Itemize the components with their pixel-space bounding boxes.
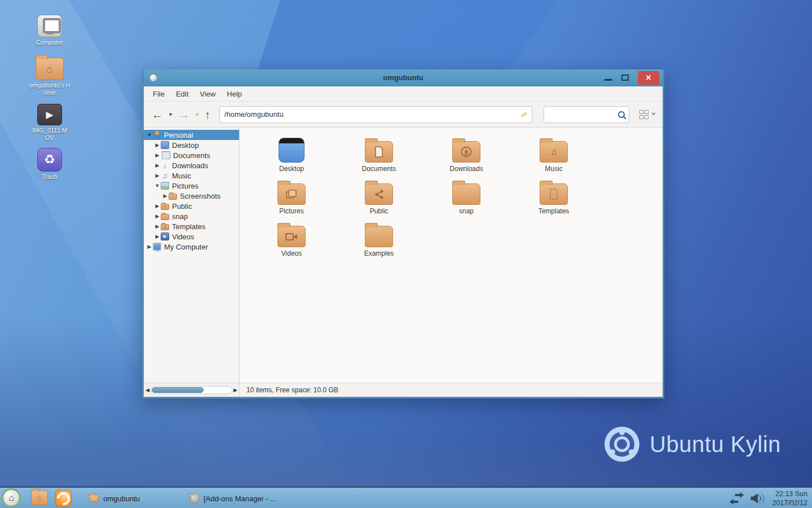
share-icon [374,189,385,200]
up-button[interactable]: ↑ [205,109,210,120]
clear-path-icon[interactable]: ✎ [518,110,529,119]
folder-icon [169,194,177,200]
expander-icon[interactable]: ▶ [162,193,169,199]
search-box[interactable] [544,106,629,123]
expander-icon[interactable]: ▶ [154,152,161,158]
back-history-dropdown[interactable]: ▼ [168,112,173,117]
menu-edit[interactable]: Edit [170,87,194,100]
expander-icon[interactable]: ▶ [154,163,161,168]
expander-icon[interactable]: ▶ [154,203,161,209]
page-icon [374,146,383,157]
expander-icon[interactable]: ▶ [146,244,153,249]
sidebar-item-public[interactable]: ▶ < Public [144,201,239,211]
window-title: omgubuntu [144,73,663,82]
sidebar-item-snap[interactable]: ▶ snap [144,211,239,221]
computer-icon [153,243,161,251]
expander-icon[interactable]: ▶ [154,173,161,178]
pictures-folder-icon [277,183,306,205]
sidebar-item-videos[interactable]: ▶ ▶ Videos [144,231,239,242]
music-note-icon: ♫ [550,147,558,157]
file-item-downloads[interactable]: Downloads [433,134,500,177]
desktop-icon-label: Trash [26,173,73,181]
sidebar-item-templates[interactable]: ▶ ▯ Templates [144,221,239,231]
menu-help[interactable]: Help [221,87,248,100]
file-item-examples[interactable]: Examples [345,219,413,261]
taskbar-task-addons-manager[interactable]: ↻ [Add-ons Manager - ... [185,488,281,508]
expander-icon[interactable]: ▶ [154,213,161,219]
sidebar-item-pictures[interactable]: ▼ Pictures [144,181,239,191]
back-button[interactable]: ← [152,109,163,120]
close-button[interactable]: ✕ [638,71,659,85]
file-item-desktop[interactable]: Desktop [258,134,325,177]
file-item-pictures[interactable]: Pictures [258,177,325,219]
search-icon[interactable] [618,111,625,118]
folder-icon [161,214,169,220]
volume-icon[interactable] [751,493,765,504]
music-note-icon: ♫ [161,172,169,179]
scrollbar-track[interactable] [151,386,232,394]
expander-icon[interactable]: ▼ [146,132,153,138]
play-icon: ▶ [46,110,53,120]
file-view-pane[interactable]: Desktop Documents Downloads ♫ [240,128,663,383]
public-folder-icon [365,183,393,205]
expander-icon[interactable]: ▶ [154,234,161,239]
sidebar-item-personal[interactable]: ▼ Personal [144,130,239,140]
scrollbar-thumb[interactable] [152,387,204,393]
taskbar: ⌂ ⌂ ⌂ omgubuntu ↻ [Add-ons Manager - ...… [0,487,812,508]
file-item-music[interactable]: ♫ Music [520,134,588,177]
menu-view[interactable]: View [194,87,221,100]
path-bar[interactable]: ✎ [219,106,532,123]
video-file-icon: ▶ [37,104,62,125]
path-input[interactable] [224,110,520,119]
videos-folder-icon [277,226,306,247]
search-input[interactable] [548,110,618,119]
network-icon[interactable] [729,492,744,505]
maximize-button[interactable] [621,75,629,81]
forward-history-dropdown[interactable]: ▼ [195,112,200,117]
taskbar-task-omgubuntu[interactable]: ⌂ omgubuntu [85,488,144,508]
ubuntu-kylin-watermark: Ubuntu Kylin [604,427,781,462]
expander-icon[interactable]: ▶ [154,142,161,148]
file-item-videos[interactable]: Videos [258,219,325,261]
desktop-folder-icon [279,138,304,163]
expander-icon[interactable]: ▶ [154,224,161,229]
desktop-icon-computer[interactable]: Computer [26,15,73,46]
documents-folder-icon [365,141,393,163]
file-item-templates[interactable]: Templates [520,177,588,219]
sidebar-item-downloads[interactable]: ▶ ↓ Downloads [144,160,239,170]
scroll-right-icon[interactable]: ▶ [233,387,237,393]
system-tray: 22:13 Sun 2017/02/12 [729,488,807,508]
downloads-folder-icon [452,141,480,163]
home-folder-icon: ⌂ [36,58,64,80]
clock-time: 22:13 Sun [772,489,807,498]
scroll-left-icon[interactable]: ◀ [145,387,149,393]
status-text: 10 items, Free space: 10.0 GB [246,386,338,394]
ubuntu-kylin-logo-text: Ubuntu Kylin [650,432,781,457]
sidebar-horizontal-scrollbar[interactable]: ◀ ▶ [144,383,240,397]
templates-folder-icon: ▯ [161,224,169,230]
sidebar-item-desktop[interactable]: ▶ Desktop [144,140,239,150]
titlebar[interactable]: omgubuntu ✕ [144,69,663,86]
clock[interactable]: 22:13 Sun 2017/02/12 [772,489,807,508]
desktop-icon-mov-file[interactable]: ▶ IMG_0111.MOV [26,104,73,142]
desktop-icon-trash[interactable]: ♻ Trash [26,148,73,181]
file-item-snap[interactable]: snap [433,177,500,219]
sidebar-item-my-computer[interactable]: ▶ My Computer [144,242,239,252]
forward-button[interactable]: → [178,109,189,120]
picture-icon [161,182,169,190]
sidebar-item-documents[interactable]: ▶ Documents [144,150,239,160]
sidebar-item-screenshots[interactable]: ▶ Screenshots [144,191,239,201]
desktop-icon-home[interactable]: ⌂ omgubuntu's Home [26,58,73,97]
view-mode-toggle[interactable] [639,110,663,119]
menu-file[interactable]: File [147,87,170,100]
file-item-documents[interactable]: Documents [345,134,413,177]
file-item-public[interactable]: Public [345,177,413,219]
sidebar-item-music[interactable]: ▶ ♫ Music [144,170,239,181]
download-icon: ↓ [161,161,169,169]
minimize-button[interactable] [604,79,612,81]
firefox-launcher[interactable] [55,490,72,507]
file-manager-launcher[interactable]: ⌂ [31,491,48,505]
expander-icon[interactable]: ▼ [154,183,161,189]
clock-date: 2017/02/12 [772,498,807,507]
start-menu-button[interactable]: ⌂ [2,488,21,507]
